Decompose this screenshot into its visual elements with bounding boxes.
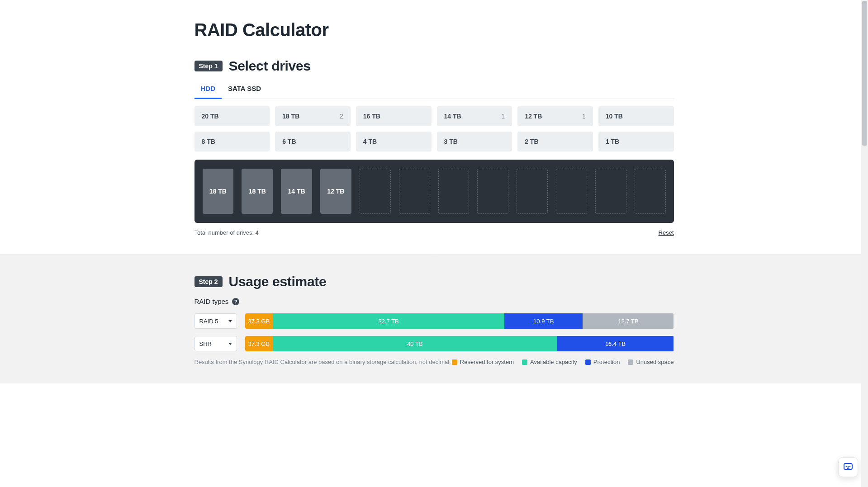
drive-option-label: 12 TB [525,113,542,120]
step1-pill: Step 1 [194,61,223,71]
raid-row: RAID 537.3 GB32.7 TB10.9 TB12.7 TB [194,313,674,329]
legend-label: Reserved for system [460,359,514,365]
step2-title: Usage estimate [229,274,327,289]
drive-option-20tb[interactable]: 20 TB [194,106,270,126]
usage-segment-label: 37.3 GB [248,318,270,325]
usage-segment-unused: 12.7 TB [583,313,674,329]
drive-option-label: 10 TB [606,113,623,120]
drive-slot-empty [360,169,391,214]
total-drives-label: Total number of drives: 4 [194,229,259,236]
drive-slot-empty [517,169,548,214]
drive-option-18tb[interactable]: 18 TB2 [275,106,351,126]
vertical-scrollbar[interactable] [861,0,868,383]
legend-label: Unused space [636,359,674,365]
drive-slot-empty [438,169,470,214]
drive-option-4tb[interactable]: 4 TB [356,132,432,151]
raid-types-label: RAID types [194,298,229,305]
drive-option-3tb[interactable]: 3 TB [437,132,512,151]
drive-option-label: 14 TB [444,113,461,120]
drive-option-count: 1 [501,113,505,120]
usage-segment-available: 32.7 TB [273,313,504,329]
tab-hdd[interactable]: HDD [194,80,222,99]
drive-option-label: 20 TB [202,113,219,120]
usage-segment-reserved: 37.3 GB [245,313,273,329]
help-icon[interactable]: ? [232,298,239,305]
calc-footnote: Results from the Synology RAID Calculato… [194,359,451,365]
step2-header: Step 2 Usage estimate [194,274,674,289]
legend-item-protection: Protection [585,359,620,365]
drive-slot-empty [556,169,587,214]
usage-bar: 37.3 GB40 TB16.4 TB [245,336,674,351]
raid-type-select[interactable]: SHR [194,336,237,351]
drive-option-16tb[interactable]: 16 TB [356,106,432,126]
drive-option-label: 1 TB [606,138,619,145]
usage-segment-reserved: 37.3 GB [245,336,273,351]
step2-pill: Step 2 [194,276,223,287]
usage-segment-label: 10.9 TB [533,318,554,325]
step1-header: Step 1 Select drives [194,58,674,74]
drive-slot-filled[interactable]: 18 TB [203,169,234,214]
section-divider-notch [428,249,441,255]
drive-size-grid: 20 TB18 TB216 TB14 TB112 TB110 TB8 TB6 T… [194,106,674,151]
drive-option-label: 18 TB [282,113,299,120]
drive-slot-filled[interactable]: 12 TB [320,169,351,214]
drive-slot-filled[interactable]: 18 TB [242,169,273,214]
drive-slot-empty [595,169,626,214]
drive-slot-empty [399,169,430,214]
drive-type-tabs: HDDSATA SSD [194,80,674,99]
drive-slot-filled[interactable]: 14 TB [281,169,312,214]
drive-slot-label: 18 TB [209,188,227,195]
tab-sata-ssd[interactable]: SATA SSD [222,80,267,99]
usage-segment-label: 40 TB [407,340,422,347]
usage-bar: 37.3 GB32.7 TB10.9 TB12.7 TB [245,313,674,329]
drive-option-label: 2 TB [525,138,538,145]
usage-segment-label: 37.3 GB [248,340,270,347]
legend-swatch [522,359,527,365]
legend-swatch [628,359,633,365]
usage-segment-label: 12.7 TB [618,318,638,325]
drive-slot-empty [477,169,508,214]
page-title: RAID Calculator [194,20,674,40]
drive-slots-panel: 18 TB18 TB14 TB12 TB [194,160,674,223]
chevron-down-icon [228,320,232,322]
drive-option-8tb[interactable]: 8 TB [194,132,270,151]
legend-item-unused: Unused space [628,359,674,365]
drive-option-label: 8 TB [202,138,215,145]
legend: Reserved for systemAvailable capacityPro… [452,359,674,365]
drive-slot-label: 14 TB [288,188,305,195]
raid-type-select[interactable]: RAID 5 [194,313,237,329]
drive-slot-label: 12 TB [327,188,344,195]
drive-option-count: 1 [582,113,586,120]
legend-item-available: Available capacity [522,359,577,365]
reset-link[interactable]: Reset [659,229,674,236]
drive-option-label: 4 TB [363,138,377,145]
drive-option-count: 2 [340,113,343,120]
chevron-down-icon [228,343,232,345]
step1-title: Select drives [229,58,311,74]
drive-option-10tb[interactable]: 10 TB [598,106,674,126]
drive-option-label: 16 TB [363,113,380,120]
raid-type-select-value: RAID 5 [199,318,218,325]
drive-option-6tb[interactable]: 6 TB [275,132,351,151]
raid-type-select-value: SHR [199,340,212,347]
drive-option-12tb[interactable]: 12 TB1 [517,106,593,126]
legend-label: Available capacity [530,359,577,365]
drive-slot-empty [635,169,666,214]
legend-swatch [452,359,457,365]
legend-label: Protection [593,359,620,365]
drive-option-label: 6 TB [282,138,296,145]
usage-segment-protection: 10.9 TB [504,313,583,329]
drive-option-2tb[interactable]: 2 TB [517,132,593,151]
scrollbar-thumb[interactable] [862,1,867,146]
raid-row: SHR37.3 GB40 TB16.4 TB [194,336,674,351]
usage-segment-label: 32.7 TB [378,318,398,325]
drive-slot-label: 18 TB [249,188,266,195]
usage-segment-label: 16.4 TB [605,340,626,347]
legend-item-reserved: Reserved for system [452,359,514,365]
usage-segment-available: 40 TB [273,336,557,351]
usage-segment-protection: 16.4 TB [557,336,674,351]
drive-option-label: 3 TB [444,138,458,145]
legend-swatch [585,359,591,365]
drive-option-1tb[interactable]: 1 TB [598,132,674,151]
drive-option-14tb[interactable]: 14 TB1 [437,106,512,126]
